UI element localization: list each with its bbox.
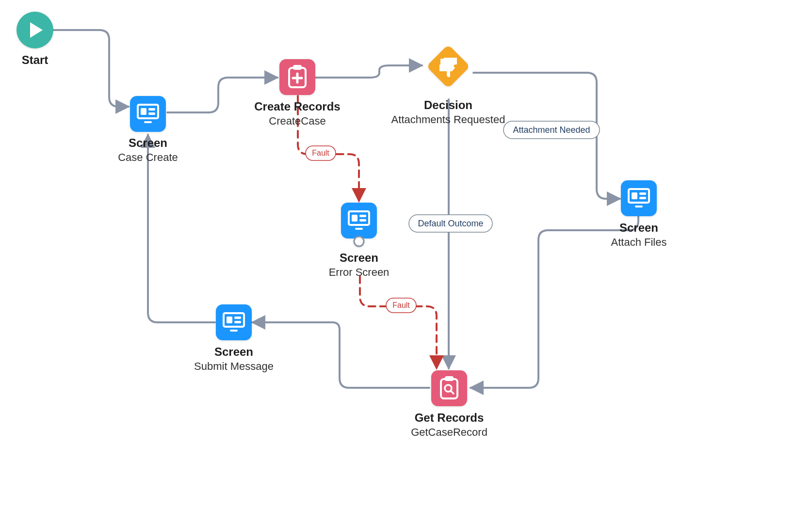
- svg-rect-13: [148, 112, 155, 115]
- svg-text:Decision: Decision: [424, 98, 472, 111]
- svg-rect-35: [341, 203, 377, 238]
- get-records-node[interactable]: [431, 370, 467, 406]
- svg-rect-40: [355, 228, 363, 230]
- connector-createrec-to-decision: [315, 65, 422, 78]
- svg-rect-27: [621, 180, 657, 216]
- svg-rect-29: [632, 192, 637, 199]
- connector-getrec-to-submit: [252, 322, 429, 388]
- svg-rect-55: [230, 330, 238, 332]
- svg-text:Create Records: Create Records: [254, 100, 340, 113]
- screen-submit-node[interactable]: [216, 304, 252, 340]
- svg-text:Fault: Fault: [392, 301, 410, 309]
- svg-text:Attachments Requested: Attachments Requested: [391, 113, 505, 126]
- connector-ring-icon: [354, 237, 364, 246]
- svg-rect-43: [431, 370, 467, 406]
- screen-error-node[interactable]: [341, 203, 377, 246]
- svg-text:Get Records: Get Records: [415, 411, 484, 424]
- svg-rect-9: [130, 96, 166, 132]
- svg-rect-45: [445, 376, 454, 381]
- create-records-node[interactable]: [279, 59, 315, 95]
- svg-rect-12: [148, 108, 155, 111]
- svg-text:Fault: Fault: [312, 149, 329, 157]
- svg-rect-54: [234, 321, 241, 323]
- svg-rect-31: [639, 197, 646, 199]
- svg-rect-52: [227, 317, 232, 323]
- svg-text:Submit Message: Submit Message: [194, 360, 274, 372]
- svg-text:Screen: Screen: [129, 136, 167, 149]
- svg-rect-50: [216, 304, 252, 340]
- svg-rect-37: [352, 215, 357, 222]
- start-label: Start: [22, 53, 49, 66]
- label-fault-1: Fault: [306, 146, 336, 160]
- screen-case-create-node[interactable]: [130, 96, 166, 132]
- svg-text:Screen: Screen: [214, 345, 253, 358]
- svg-text:GetCaseRecord: GetCaseRecord: [411, 426, 487, 438]
- svg-rect-32: [635, 206, 643, 207]
- svg-rect-14: [144, 121, 152, 123]
- decision-node[interactable]: [426, 45, 471, 89]
- svg-rect-39: [359, 219, 366, 222]
- flow-diagram: Attachment Needed Default Outcome Fault …: [0, 0, 812, 508]
- svg-rect-53: [234, 317, 241, 319]
- label-attachment-needed: Attachment Needed: [503, 121, 600, 139]
- svg-text:CreateCase: CreateCase: [269, 115, 325, 127]
- start-node[interactable]: [16, 12, 53, 48]
- fault-connector-getrec-to-error: [360, 276, 437, 368]
- svg-rect-11: [141, 108, 146, 115]
- svg-text:Screen: Screen: [340, 251, 378, 264]
- svg-text:Screen: Screen: [619, 221, 658, 234]
- svg-rect-30: [639, 192, 646, 195]
- label-default-outcome: Default Outcome: [409, 215, 492, 232]
- connector-start-to-screencreate: [52, 30, 129, 107]
- label-fault-2: Fault: [386, 298, 416, 313]
- svg-text:Error Screen: Error Screen: [329, 266, 390, 278]
- svg-rect-19: [293, 65, 302, 70]
- svg-text:Attachment Needed: Attachment Needed: [513, 125, 590, 135]
- svg-text:Default Outcome: Default Outcome: [418, 219, 483, 228]
- svg-rect-38: [359, 215, 366, 217]
- screen-attach-files-node[interactable]: [621, 180, 657, 216]
- svg-text:Attach Files: Attach Files: [611, 236, 667, 248]
- svg-text:Case Create: Case Create: [118, 151, 178, 163]
